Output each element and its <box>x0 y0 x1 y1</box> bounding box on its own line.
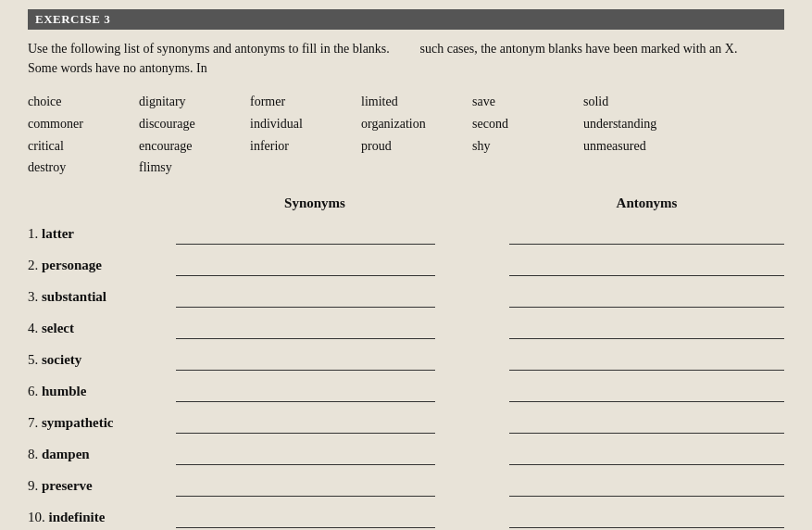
row-label-3: 3. substantial <box>28 289 176 308</box>
row-label-10: 10. indefinite <box>28 510 176 528</box>
synonym-line-9[interactable] <box>176 478 435 497</box>
row-label-6: 6. humble <box>28 384 176 402</box>
row-word: substantial <box>42 289 106 304</box>
row-word: society <box>42 352 81 367</box>
word-item: solid <box>583 91 685 113</box>
word-col-2: dignitary discourage encourage flimsy <box>139 91 250 179</box>
row-word: dampen <box>42 447 90 461</box>
row-word: latter <box>42 226 74 241</box>
word-item: dignitary <box>139 91 241 113</box>
synonym-line-4[interactable] <box>176 321 435 339</box>
word-list: choice commoner critical destroy dignita… <box>28 91 784 179</box>
exercise-title: EXERCISE 3 <box>28 9 784 30</box>
word-item: individual <box>250 113 352 135</box>
table-row: 8. dampen <box>28 439 784 465</box>
synonym-line-6[interactable] <box>176 384 435 402</box>
word-item: flimsy <box>139 157 241 179</box>
row-label-9: 9. preserve <box>28 478 176 497</box>
row-word: personage <box>42 258 102 272</box>
word-item: critical <box>28 135 130 158</box>
antonym-line-9[interactable] <box>509 478 784 497</box>
word-item: unmeasured <box>583 135 685 158</box>
antonym-line-7[interactable] <box>509 415 784 434</box>
synonyms-header: Synonyms <box>176 196 454 211</box>
synonym-line-1[interactable] <box>176 226 435 245</box>
table-row: 6. humble <box>28 376 784 402</box>
row-word: humble <box>42 384 86 398</box>
synonym-line-10[interactable] <box>176 510 435 528</box>
row-label-4: 4. select <box>28 321 176 339</box>
row-label-5: 5. society <box>28 352 176 371</box>
synonym-line-3[interactable] <box>176 289 435 308</box>
word-item: second <box>472 113 574 135</box>
row-label-8: 8. dampen <box>28 447 176 465</box>
word-item: destroy <box>28 157 130 179</box>
word-col-1: choice commoner critical destroy <box>28 91 139 179</box>
row-word: select <box>42 321 74 335</box>
exercise-rows: 1. latter 2. personage 3. substantial 4.… <box>28 219 784 530</box>
word-item: organization <box>361 113 463 135</box>
synonym-line-7[interactable] <box>176 415 435 434</box>
antonyms-header: Antonyms <box>509 196 784 211</box>
row-label-7: 7. sympathetic <box>28 415 176 434</box>
word-item: commoner <box>28 113 130 135</box>
word-item: inferior <box>250 135 352 158</box>
word-col-5: save second shy <box>472 91 583 179</box>
instructions-left: Use the following list of synonyms and a… <box>28 39 393 78</box>
antonym-line-10[interactable] <box>509 510 784 528</box>
table-row: 4. select <box>28 313 784 339</box>
instructions: Use the following list of synonyms and a… <box>28 39 784 78</box>
synonym-line-2[interactable] <box>176 258 435 276</box>
synonym-line-5[interactable] <box>176 352 435 371</box>
synonym-line-8[interactable] <box>176 447 435 465</box>
word-col-6: solid understanding unmeasured <box>583 91 694 179</box>
antonym-line-8[interactable] <box>509 447 784 465</box>
page: EXERCISE 3 Use the following list of syn… <box>0 0 812 530</box>
table-row: 9. preserve <box>28 471 784 497</box>
table-row: 1. latter <box>28 219 784 245</box>
word-item: proud <box>361 135 463 158</box>
antonym-line-5[interactable] <box>509 352 784 371</box>
table-row: 2. personage <box>28 250 784 276</box>
word-item: encourage <box>139 135 241 158</box>
word-item: save <box>472 91 574 113</box>
word-col-3: former individual inferior <box>250 91 361 179</box>
antonym-line-3[interactable] <box>509 289 784 308</box>
word-item: former <box>250 91 352 113</box>
table-row: 7. sympathetic <box>28 408 784 434</box>
antonym-line-6[interactable] <box>509 384 784 402</box>
word-item: understanding <box>583 113 685 135</box>
row-word: indefinite <box>49 510 106 524</box>
word-item: choice <box>28 91 130 113</box>
row-label-1: 1. latter <box>28 226 176 245</box>
table-row: 3. substantial <box>28 282 784 308</box>
word-item: limited <box>361 91 463 113</box>
row-word: sympathetic <box>42 415 114 430</box>
word-item: discourage <box>139 113 241 135</box>
table-row: 10. indefinite <box>28 502 784 528</box>
word-col-4: limited organization proud <box>361 91 472 179</box>
row-word: preserve <box>42 478 93 493</box>
table-row: 5. society <box>28 345 784 371</box>
word-item: shy <box>472 135 574 158</box>
antonym-line-4[interactable] <box>509 321 784 339</box>
row-label-2: 2. personage <box>28 258 176 276</box>
instructions-right: such cases, the antonym blanks have been… <box>420 39 785 78</box>
antonym-line-1[interactable] <box>509 226 784 245</box>
column-headers: Synonyms Antonyms <box>176 196 784 211</box>
antonym-line-2[interactable] <box>509 258 784 276</box>
